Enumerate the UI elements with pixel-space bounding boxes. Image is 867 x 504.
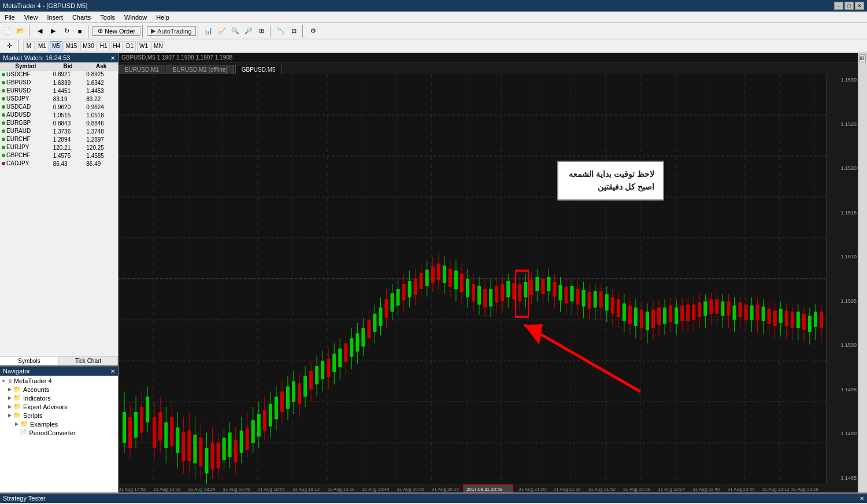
svg-rect-264 [802, 314, 806, 330]
bottom-panel-close[interactable]: ✕ [859, 495, 864, 502]
navigator-close[interactable]: ✕ [110, 368, 115, 375]
period-D1[interactable]: D1 [124, 41, 136, 51]
tb-crosshair[interactable]: ✛ [3, 40, 16, 53]
period-MN[interactable]: MN [151, 41, 165, 51]
tb-zoom-out[interactable]: 🔎 [242, 25, 255, 38]
nav-tree-item[interactable]: ▶📁Examples [1, 420, 117, 428]
mw-direction-dot [2, 138, 5, 141]
market-watch-row[interactable]: EURGBP 0.8843 0.8846 [0, 119, 118, 127]
svg-rect-68 [234, 440, 238, 462]
tb-refresh[interactable]: ↻ [60, 25, 73, 38]
tb-zoom-in[interactable]: 🔍 [229, 25, 242, 38]
menu-window[interactable]: Window [120, 13, 151, 22]
tb-templates[interactable]: ⊟ [288, 25, 301, 38]
tb-indicators[interactable]: 📉 [275, 25, 287, 38]
market-watch-row[interactable]: EURAUD 1.3736 1.3748 [0, 127, 118, 135]
strategy-tester-title: Strategy Tester [3, 495, 46, 502]
chart-canvas[interactable]: لاحظ توقيت بداية الشمعه اصبح كل دفيقتين [118, 74, 826, 484]
market-watch-row[interactable]: USDCAD 0.9620 0.9624 [0, 103, 118, 111]
market-watch-row[interactable]: EURUSD 1.4451 1.4453 [0, 87, 118, 95]
folder-icon: 📁 [20, 420, 28, 428]
nav-item-label: Indicators [23, 395, 51, 402]
svg-rect-92 [303, 376, 307, 396]
tb-open[interactable]: 📂 [14, 25, 27, 38]
nav-tree-item[interactable]: ▶📁Accounts [1, 385, 117, 394]
period-M5[interactable]: M5 [50, 41, 62, 51]
market-watch-row[interactable]: GBPCHF 1.4575 1.4585 [0, 151, 118, 160]
col-symbol: Symbol [0, 62, 51, 71]
market-watch: Market Watch: 16:24:53 ✕ Symbol Bid Ask [0, 53, 118, 365]
nav-tree-item[interactable]: ▶📁Scripts [1, 411, 117, 420]
chart-tab-gbpusd-m5[interactable]: GBPUSD,M5 [235, 65, 282, 74]
tab-tick-chart[interactable]: Tick Chart [59, 357, 118, 365]
tb-settings[interactable]: ⚙ [307, 25, 320, 38]
nav-tree-item[interactable]: ▶📁Indicators [1, 394, 117, 402]
y-axis: 1.1530 1.1525 1.1520 1.1515 1.1510 1.150… [826, 74, 858, 484]
chart-header: GBPUSD,M5 1.1907 1.1908 1.1907 1.1908 [118, 53, 858, 62]
market-watch-row[interactable]: EURJPY 120.21 120.25 [0, 143, 118, 151]
x-axis-svg: 31 Aug 17:52 31 Aug 18:08 31 Aug 18:24 3… [118, 484, 826, 493]
menu-help[interactable]: Help [151, 13, 174, 22]
svg-rect-180 [558, 285, 562, 301]
mw-ask: 1.4585 [84, 151, 118, 160]
col-ask: Ask [84, 62, 118, 71]
market-watch-row[interactable]: GBPUSD 1.6339 1.6342 [0, 79, 118, 87]
period-W1[interactable]: W1 [137, 41, 150, 51]
nav-tree-item[interactable]: 📄PeriodConverter [1, 428, 117, 437]
auto-trading-button[interactable]: ▶ AutoTrading [147, 26, 196, 36]
nav-tree-item[interactable]: ▼🖥MetaTrader 4 [1, 377, 117, 385]
mw-symbol: EURGBP [0, 119, 51, 127]
title-controls[interactable]: ─ □ ✕ [834, 2, 864, 10]
mw-symbol: EURUSD [0, 87, 51, 95]
side-text-1[interactable]: ⊟ [859, 54, 866, 62]
svg-rect-50 [181, 432, 185, 461]
svg-rect-188 [582, 290, 586, 306]
tb-chart-type2[interactable]: 📈 [216, 25, 228, 38]
market-watch-close[interactable]: ✕ [110, 55, 115, 61]
market-watch-row[interactable]: AUDUSD 1.0515 1.0518 [0, 111, 118, 119]
period-H4[interactable]: H4 [111, 41, 123, 51]
tb-stop[interactable]: ■ [73, 25, 86, 38]
new-order-button[interactable]: ⊕ New Order [92, 26, 140, 36]
y-label-4: 1.1515 [828, 210, 857, 216]
svg-rect-252 [768, 309, 771, 324]
period-M1[interactable]: M1 [36, 41, 49, 51]
svg-rect-142 [449, 269, 452, 287]
market-watch-title: Market Watch: 16:24:53 [3, 54, 70, 61]
chart-tab-eurusd-m1[interactable]: EURUSD,M1 [118, 65, 165, 74]
mw-symbol: GBPCHF [0, 151, 51, 160]
nav-tree-item[interactable]: ▶📁Expert Advisors [1, 402, 117, 411]
period-M15[interactable]: M15 [64, 41, 79, 51]
menu-insert[interactable]: Insert [42, 13, 68, 22]
market-watch-row[interactable]: USDCHF 0.8921 0.8925 [0, 71, 118, 79]
maximize-button[interactable]: □ [844, 2, 854, 10]
tree-expand-icon: ▼ [1, 379, 6, 384]
period-H1[interactable]: H1 [98, 41, 110, 51]
menu-charts[interactable]: Charts [68, 13, 95, 22]
mw-ask: 86.49 [84, 160, 118, 168]
tab-symbols[interactable]: Symbols [0, 357, 59, 365]
market-watch-row[interactable]: CADJPY 86.43 86.49 [0, 160, 118, 168]
chart-tab-eurusd-m2[interactable]: EURUSD,M2 (offline) [166, 65, 234, 74]
tb-chart-type1[interactable]: 📊 [202, 25, 215, 38]
tb-forward[interactable]: ▶ [47, 25, 60, 38]
period-M30[interactable]: M30 [80, 41, 96, 51]
nav-item-label: Examples [30, 421, 58, 428]
tb-grid[interactable]: ⊞ [255, 25, 268, 38]
market-watch-row[interactable]: EURCHF 1.2894 1.2897 [0, 135, 118, 143]
svg-text:31 Aug 23:12: 31 Aug 23:12 [762, 487, 790, 492]
tb-back[interactable]: ◀ [34, 25, 46, 38]
minimize-button[interactable]: ─ [834, 2, 843, 10]
svg-rect-98 [321, 361, 324, 379]
close-button[interactable]: ✕ [855, 2, 864, 10]
tree-expand-icon: ▶ [15, 421, 18, 427]
menu-view[interactable]: View [20, 13, 43, 22]
menu-file[interactable]: File [0, 13, 20, 22]
svg-rect-34 [134, 412, 138, 438]
market-watch-row[interactable]: USDJPY 83.19 83.22 [0, 95, 118, 103]
menu-tools[interactable]: Tools [95, 13, 120, 22]
spacer-icon [15, 430, 17, 435]
period-M[interactable]: M [23, 41, 35, 51]
tb-new[interactable]: 📄 [1, 25, 14, 38]
svg-rect-222 [680, 306, 684, 321]
